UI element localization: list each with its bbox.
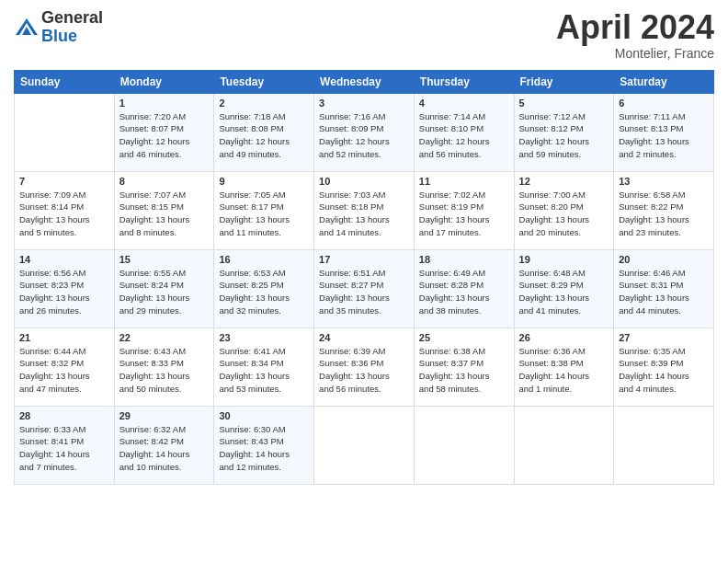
col-header-sunday: Sunday xyxy=(15,70,115,93)
day-cell: 26Sunrise: 6:36 AMSunset: 8:38 PMDayligh… xyxy=(514,327,614,406)
header: General Blue April 2024 Montelier, Franc… xyxy=(14,9,714,61)
day-number: 15 xyxy=(119,254,210,265)
day-cell xyxy=(514,406,614,484)
day-cell: 18Sunrise: 6:49 AMSunset: 8:28 PMDayligh… xyxy=(414,249,514,327)
week-row: 28Sunrise: 6:33 AMSunset: 8:41 PMDayligh… xyxy=(15,406,714,484)
day-info: Sunrise: 6:36 AMSunset: 8:38 PMDaylight:… xyxy=(519,345,609,396)
col-header-thursday: Thursday xyxy=(414,70,514,93)
day-number: 3 xyxy=(319,98,409,109)
title-area: April 2024 Montelier, France xyxy=(556,9,714,61)
day-cell: 27Sunrise: 6:35 AMSunset: 8:39 PMDayligh… xyxy=(614,327,714,406)
col-header-saturday: Saturday xyxy=(614,70,714,93)
week-row: 14Sunrise: 6:56 AMSunset: 8:23 PMDayligh… xyxy=(15,249,714,327)
day-number: 9 xyxy=(219,176,309,187)
day-cell: 30Sunrise: 6:30 AMSunset: 8:43 PMDayligh… xyxy=(214,406,314,484)
day-number: 24 xyxy=(319,332,409,343)
day-cell: 5Sunrise: 7:12 AMSunset: 8:12 PMDaylight… xyxy=(514,93,614,171)
day-cell: 20Sunrise: 6:46 AMSunset: 8:31 PMDayligh… xyxy=(614,249,714,327)
day-cell: 29Sunrise: 6:32 AMSunset: 8:42 PMDayligh… xyxy=(114,406,214,484)
day-number: 4 xyxy=(419,98,509,109)
day-cell: 13Sunrise: 6:58 AMSunset: 8:22 PMDayligh… xyxy=(614,171,714,249)
day-info: Sunrise: 6:58 AMSunset: 8:22 PMDaylight:… xyxy=(619,189,709,239)
day-cell: 4Sunrise: 7:14 AMSunset: 8:10 PMDaylight… xyxy=(414,93,514,171)
calendar-page: General Blue April 2024 Montelier, Franc… xyxy=(0,0,728,563)
day-number: 29 xyxy=(119,410,210,421)
day-info: Sunrise: 6:32 AMSunset: 8:42 PMDaylight:… xyxy=(119,423,210,474)
day-cell: 10Sunrise: 7:03 AMSunset: 8:18 PMDayligh… xyxy=(314,171,415,249)
day-info: Sunrise: 6:44 AMSunset: 8:32 PMDaylight:… xyxy=(19,345,109,396)
day-number: 11 xyxy=(419,176,509,187)
day-info: Sunrise: 7:16 AMSunset: 8:09 PMDaylight:… xyxy=(319,110,409,161)
day-cell: 25Sunrise: 6:38 AMSunset: 8:37 PMDayligh… xyxy=(414,327,514,406)
day-number: 30 xyxy=(219,410,309,421)
day-cell: 23Sunrise: 6:41 AMSunset: 8:34 PMDayligh… xyxy=(214,327,314,406)
col-header-friday: Friday xyxy=(514,70,614,93)
day-cell: 17Sunrise: 6:51 AMSunset: 8:27 PMDayligh… xyxy=(314,249,415,327)
day-number: 26 xyxy=(519,332,609,343)
day-number: 18 xyxy=(419,254,509,265)
day-number: 23 xyxy=(219,332,309,343)
day-cell: 11Sunrise: 7:02 AMSunset: 8:19 PMDayligh… xyxy=(414,171,514,249)
logo-general: General xyxy=(41,9,103,28)
day-number: 14 xyxy=(19,254,109,265)
day-cell: 2Sunrise: 7:18 AMSunset: 8:08 PMDaylight… xyxy=(214,93,314,171)
day-cell xyxy=(15,93,115,171)
day-info: Sunrise: 6:48 AMSunset: 8:29 PMDaylight:… xyxy=(519,267,609,317)
day-number: 8 xyxy=(119,176,210,187)
col-header-wednesday: Wednesday xyxy=(314,70,415,93)
day-number: 6 xyxy=(619,98,709,109)
day-number: 12 xyxy=(519,176,609,187)
calendar-table: SundayMondayTuesdayWednesdayThursdayFrid… xyxy=(14,70,714,485)
day-number: 17 xyxy=(319,254,409,265)
logo-text: General Blue xyxy=(41,9,103,46)
day-cell: 9Sunrise: 7:05 AMSunset: 8:17 PMDaylight… xyxy=(214,171,314,249)
day-info: Sunrise: 7:20 AMSunset: 8:07 PMDaylight:… xyxy=(119,110,210,161)
day-info: Sunrise: 6:41 AMSunset: 8:34 PMDaylight:… xyxy=(219,345,309,396)
day-number: 19 xyxy=(519,254,609,265)
day-number: 2 xyxy=(219,98,309,109)
col-header-monday: Monday xyxy=(114,70,214,93)
week-row: 7Sunrise: 7:09 AMSunset: 8:14 PMDaylight… xyxy=(15,171,714,249)
day-cell xyxy=(314,406,415,484)
logo: General Blue xyxy=(14,9,103,46)
day-cell: 15Sunrise: 6:55 AMSunset: 8:24 PMDayligh… xyxy=(114,249,214,327)
day-info: Sunrise: 6:38 AMSunset: 8:37 PMDaylight:… xyxy=(419,345,509,396)
day-number: 13 xyxy=(619,176,709,187)
day-number: 10 xyxy=(319,176,409,187)
day-info: Sunrise: 7:12 AMSunset: 8:12 PMDaylight:… xyxy=(519,110,609,161)
day-cell: 6Sunrise: 7:11 AMSunset: 8:13 PMDaylight… xyxy=(614,93,714,171)
day-cell: 1Sunrise: 7:20 AMSunset: 8:07 PMDaylight… xyxy=(114,93,214,171)
logo-blue: Blue xyxy=(41,28,103,46)
day-cell xyxy=(414,406,514,484)
day-info: Sunrise: 6:46 AMSunset: 8:31 PMDaylight:… xyxy=(619,267,709,317)
day-cell: 7Sunrise: 7:09 AMSunset: 8:14 PMDaylight… xyxy=(15,171,115,249)
day-number: 22 xyxy=(119,332,210,343)
day-info: Sunrise: 7:05 AMSunset: 8:17 PMDaylight:… xyxy=(219,189,309,239)
day-info: Sunrise: 6:55 AMSunset: 8:24 PMDaylight:… xyxy=(119,267,210,317)
day-info: Sunrise: 7:00 AMSunset: 8:20 PMDaylight:… xyxy=(519,189,609,239)
day-info: Sunrise: 7:02 AMSunset: 8:19 PMDaylight:… xyxy=(419,189,509,239)
day-cell: 24Sunrise: 6:39 AMSunset: 8:36 PMDayligh… xyxy=(314,327,415,406)
day-cell: 14Sunrise: 6:56 AMSunset: 8:23 PMDayligh… xyxy=(15,249,115,327)
day-info: Sunrise: 6:33 AMSunset: 8:41 PMDaylight:… xyxy=(19,423,109,474)
day-info: Sunrise: 6:35 AMSunset: 8:39 PMDaylight:… xyxy=(619,345,709,396)
day-cell: 16Sunrise: 6:53 AMSunset: 8:25 PMDayligh… xyxy=(214,249,314,327)
day-number: 1 xyxy=(119,98,210,109)
day-info: Sunrise: 7:07 AMSunset: 8:15 PMDaylight:… xyxy=(119,189,210,239)
month-title: April 2024 xyxy=(556,9,714,46)
day-info: Sunrise: 6:56 AMSunset: 8:23 PMDaylight:… xyxy=(19,267,109,317)
day-number: 20 xyxy=(619,254,709,265)
day-number: 25 xyxy=(419,332,509,343)
day-cell: 3Sunrise: 7:16 AMSunset: 8:09 PMDaylight… xyxy=(314,93,415,171)
day-info: Sunrise: 6:53 AMSunset: 8:25 PMDaylight:… xyxy=(219,267,309,317)
week-row: 21Sunrise: 6:44 AMSunset: 8:32 PMDayligh… xyxy=(15,327,714,406)
day-cell: 19Sunrise: 6:48 AMSunset: 8:29 PMDayligh… xyxy=(514,249,614,327)
day-number: 21 xyxy=(19,332,109,343)
week-row: 1Sunrise: 7:20 AMSunset: 8:07 PMDaylight… xyxy=(15,93,714,171)
day-number: 16 xyxy=(219,254,309,265)
day-info: Sunrise: 6:43 AMSunset: 8:33 PMDaylight:… xyxy=(119,345,210,396)
location: Montelier, France xyxy=(556,46,714,61)
day-info: Sunrise: 7:09 AMSunset: 8:14 PMDaylight:… xyxy=(19,189,109,239)
day-cell: 28Sunrise: 6:33 AMSunset: 8:41 PMDayligh… xyxy=(15,406,115,484)
day-info: Sunrise: 7:11 AMSunset: 8:13 PMDaylight:… xyxy=(619,110,709,161)
